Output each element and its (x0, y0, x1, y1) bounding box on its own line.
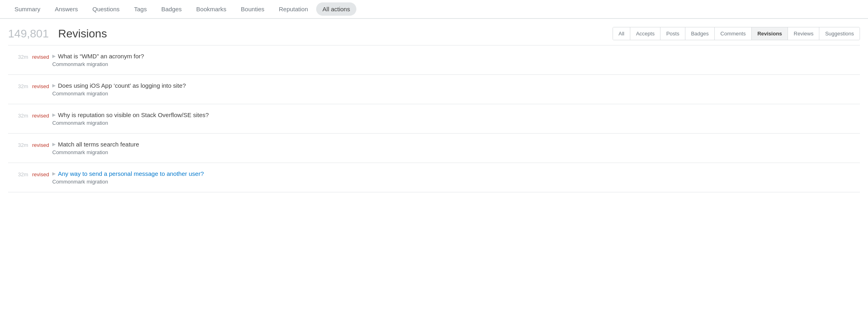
nav-item-tags[interactable]: Tags (128, 0, 153, 18)
revision-time: 32m (8, 82, 28, 89)
revision-content: ▶Any way to send a personal message to a… (52, 170, 860, 185)
filter-tab-accepts[interactable]: Accepts (630, 27, 660, 40)
revision-content: ▶Does using iOS App ‘count’ as logging i… (52, 82, 860, 97)
revision-action: revised (28, 141, 52, 148)
page-title: 149,801 Revisions (8, 27, 107, 40)
revision-title-row: ▶Any way to send a personal message to a… (52, 170, 860, 177)
main-content: 149,801 Revisions AllAcceptsPostsBadgesC… (0, 19, 868, 200)
revision-time: 32m (8, 53, 28, 60)
nav-item-bookmarks[interactable]: Bookmarks (190, 0, 233, 18)
revision-subtitle: Commonmark migration (52, 61, 860, 67)
header-row: 149,801 Revisions AllAcceptsPostsBadgesC… (8, 27, 860, 40)
revision-subtitle: Commonmark migration (52, 91, 860, 97)
revision-item: 32mrevised▶What is “WMD” an acronym for?… (8, 45, 860, 75)
nav-item-reputation[interactable]: Reputation (272, 0, 315, 18)
filter-tab-reviews[interactable]: Reviews (788, 27, 819, 40)
revision-action: revised (28, 111, 52, 119)
revision-subtitle: Commonmark migration (52, 120, 860, 126)
revision-title-link[interactable]: Does using iOS App ‘count’ as logging in… (58, 82, 186, 89)
filter-tab-comments[interactable]: Comments (715, 27, 752, 40)
revision-time: 32m (8, 111, 28, 119)
revision-subtitle: Commonmark migration (52, 149, 860, 155)
revision-content: ▶Why is reputation so visible on Stack O… (52, 111, 860, 126)
nav-item-answers[interactable]: Answers (48, 0, 84, 18)
revision-title-link[interactable]: Why is reputation so visible on Stack Ov… (58, 111, 209, 118)
revision-action: revised (28, 53, 52, 60)
filter-tab-badges[interactable]: Badges (685, 27, 715, 40)
revision-title-row: ▶Does using iOS App ‘count’ as logging i… (52, 82, 860, 89)
revision-title-link[interactable]: Match all terms search feature (58, 141, 139, 148)
revision-title-link[interactable]: Any way to send a personal message to an… (58, 170, 204, 177)
revision-action: revised (28, 82, 52, 89)
triangle-icon: ▶ (52, 54, 56, 59)
revision-title-link[interactable]: What is “WMD” an acronym for? (58, 53, 144, 60)
revision-item: 32mrevised▶Does using iOS App ‘count’ as… (8, 75, 860, 104)
nav-item-badges[interactable]: Badges (155, 0, 188, 18)
filter-tabs: AllAcceptsPostsBadgesCommentsRevisionsRe… (613, 27, 860, 40)
top-navigation: SummaryAnswersQuestionsTagsBadgesBookmar… (0, 0, 868, 19)
nav-item-questions[interactable]: Questions (86, 0, 126, 18)
revision-content: ▶What is “WMD” an acronym for?Commonmark… (52, 53, 860, 67)
filter-tab-revisions[interactable]: Revisions (752, 27, 788, 40)
nav-item-all-actions[interactable]: All actions (316, 2, 356, 16)
revision-content: ▶Match all terms search featureCommonmar… (52, 141, 860, 155)
triangle-icon: ▶ (52, 112, 56, 118)
revision-item: 32mrevised▶Match all terms search featur… (8, 134, 860, 163)
revision-list: 32mrevised▶What is “WMD” an acronym for?… (8, 45, 860, 192)
revision-item: 32mrevised▶Any way to send a personal me… (8, 163, 860, 192)
revision-item: 32mrevised▶Why is reputation so visible … (8, 104, 860, 134)
filter-tab-posts[interactable]: Posts (660, 27, 685, 40)
triangle-icon: ▶ (52, 171, 56, 176)
revision-time: 32m (8, 141, 28, 148)
revision-title-row: ▶What is “WMD” an acronym for? (52, 53, 860, 60)
filter-tab-suggestions[interactable]: Suggestions (819, 27, 860, 40)
triangle-icon: ▶ (52, 83, 56, 88)
revision-action: revised (28, 170, 52, 177)
nav-item-summary[interactable]: Summary (8, 0, 47, 18)
revision-time: 32m (8, 170, 28, 177)
revision-subtitle: Commonmark migration (52, 179, 860, 185)
revision-count: 149,801 (8, 27, 49, 40)
revision-title-row: ▶Why is reputation so visible on Stack O… (52, 111, 860, 118)
page-title-label: Revisions (58, 27, 107, 40)
filter-tab-all[interactable]: All (613, 27, 630, 40)
triangle-icon: ▶ (52, 142, 56, 147)
nav-item-bounties[interactable]: Bounties (234, 0, 271, 18)
revision-title-row: ▶Match all terms search feature (52, 141, 860, 148)
